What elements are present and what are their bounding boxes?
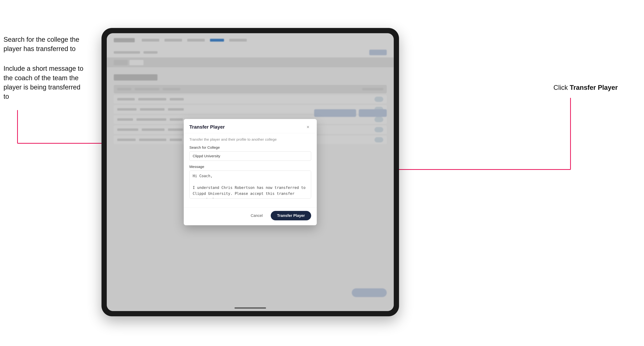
modal-description: Transfer the player and their profile to… [189, 137, 311, 142]
annotation-right-bold: Transfer Player [570, 84, 618, 91]
home-indicator [234, 307, 266, 309]
transfer-player-modal: Transfer Player × Transfer the player an… [184, 119, 317, 225]
annotation-text-1: Search for the college the player has tr… [4, 35, 88, 53]
modal-header: Transfer Player × [184, 119, 317, 133]
message-textarea[interactable]: Hi Coach, I understand Chris Robertson h… [189, 171, 311, 198]
modal-overlay: Transfer Player × Transfer the player an… [107, 33, 394, 311]
college-form-group: Search for College [189, 145, 311, 161]
transfer-player-button[interactable]: Transfer Player [271, 211, 311, 220]
left-annotation: Search for the college the player has tr… [4, 35, 88, 112]
cancel-button[interactable]: Cancel [246, 211, 268, 220]
modal-body: Transfer the player and their profile to… [184, 133, 317, 207]
tablet-device: Transfer Player × Transfer the player an… [102, 28, 399, 316]
modal-close-button[interactable]: × [305, 124, 311, 130]
modal-footer: Cancel Transfer Player [184, 207, 317, 225]
college-input[interactable] [189, 151, 311, 161]
annotation-text-2: Include a short message to the coach of … [4, 64, 88, 101]
right-annotation: Click Transfer Player [554, 84, 618, 91]
college-label: Search for College [189, 145, 311, 150]
modal-title: Transfer Player [189, 124, 225, 130]
tablet-screen: Transfer Player × Transfer the player an… [107, 33, 394, 311]
message-form-group: Message Hi Coach, I understand Chris Rob… [189, 165, 311, 199]
annotation-right-prefix: Click [554, 84, 570, 91]
message-label: Message [189, 165, 311, 169]
